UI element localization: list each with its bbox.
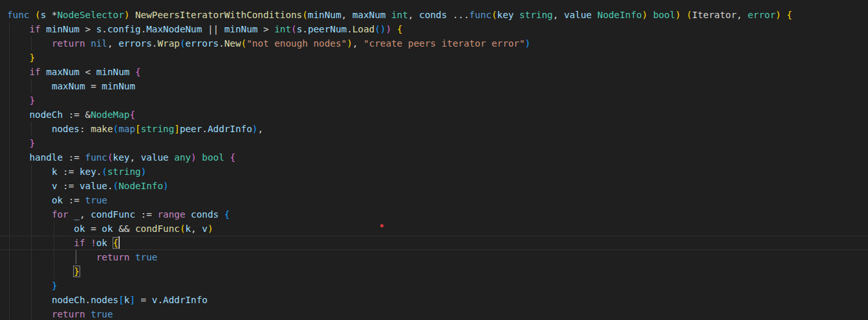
code-token: range <box>157 209 185 220</box>
code-token: . <box>141 24 147 34</box>
code-line[interactable]: if maxNum < minNum { <box>0 65 868 79</box>
code-token: } <box>29 138 35 148</box>
code-token: } <box>29 52 35 63</box>
code-line[interactable]: k := key.(string) <box>0 165 868 179</box>
code-line[interactable]: handle := func(key, value any) bool { <box>0 150 868 165</box>
code-line[interactable]: for _, condFunc := range conds { <box>0 207 868 222</box>
code-token: . <box>102 24 107 34</box>
code-token: value <box>80 181 107 191</box>
code-token: int <box>274 24 291 34</box>
code-line[interactable]: } <box>0 279 868 293</box>
code-token: && <box>113 223 135 234</box>
code-token: ( <box>102 166 107 177</box>
code-token: func <box>470 10 492 20</box>
code-token: MaxNodeNum <box>146 24 202 34</box>
code-token: return <box>96 252 130 262</box>
error-marker-dot <box>380 224 384 227</box>
code-token: any <box>174 152 191 163</box>
code-token: ( <box>107 152 113 163</box>
code-line[interactable]: ok = ok && condFunc(k, v) <box>0 222 868 236</box>
code-token: := <box>57 181 79 191</box>
code-token: value <box>141 152 169 163</box>
code-token <box>169 152 175 163</box>
code-token: maxNum <box>52 81 85 91</box>
code-line-text: return true <box>7 307 868 320</box>
code-token: AddrInfo <box>163 295 208 305</box>
code-line[interactable]: nodes: make(map[string]peer.AddrInfo), <box>0 122 868 136</box>
code-line[interactable]: return true <box>0 307 868 320</box>
code-line[interactable]: } <box>0 136 868 150</box>
code-token <box>391 24 397 34</box>
code-token: > <box>80 24 96 34</box>
code-line-text: nodes: make(map[string]peer.AddrInfo), <box>7 122 868 136</box>
code-token: if <box>29 67 40 77</box>
code-token <box>107 238 113 248</box>
code-token: := <box>135 209 157 220</box>
code-token: . <box>202 124 208 134</box>
code-line[interactable]: nodeCh := &NodeMap{ <box>0 108 868 122</box>
code-line-text: } <box>7 51 868 65</box>
code-token <box>129 10 135 20</box>
code-token: value <box>564 10 592 20</box>
code-line[interactable]: nodeCh.nodes[k] = v.AddrInfo <box>0 293 868 307</box>
code-token: maxNum <box>46 67 80 77</box>
code-token: minNum <box>96 67 130 77</box>
code-token: ( <box>113 181 119 191</box>
code-line[interactable]: return true <box>0 250 868 264</box>
code-token <box>41 24 47 34</box>
code-token: string <box>519 10 553 20</box>
code-token: maxNum <box>353 10 386 20</box>
code-token: "not enough nodes" <box>246 38 347 49</box>
code-token: minNum <box>224 24 258 34</box>
code-line-text: if maxNum < minNum { <box>7 65 868 79</box>
code-token: true <box>85 195 107 205</box>
code-line[interactable]: } <box>0 51 868 65</box>
code-line[interactable]: v := value.(NodeInfo) <box>0 179 868 193</box>
code-line[interactable]: return nil, errors.Wrap(errors.New("not … <box>0 36 868 51</box>
code-token: || <box>202 24 224 34</box>
code-lines: func (s *NodeSelector) NewPeersIteratorW… <box>0 8 868 320</box>
code-token: conds <box>419 10 447 20</box>
code-token: minNum <box>308 10 342 20</box>
code-token: config <box>107 24 141 34</box>
code-token: func <box>7 10 29 20</box>
code-line[interactable]: if !ok { <box>0 236 868 250</box>
code-line[interactable]: ok := true <box>0 193 868 207</box>
code-token <box>129 252 135 262</box>
code-token: key <box>80 166 96 177</box>
code-editor[interactable]: func (s *NodeSelector) NewPeersIteratorW… <box>0 0 868 320</box>
code-line[interactable]: if minNum > s.config.MaxNodeNum || minNu… <box>0 22 868 36</box>
code-line[interactable]: maxNum = minNum <box>0 79 868 93</box>
code-token: ok <box>74 223 85 234</box>
code-token: ) <box>163 181 169 191</box>
code-token: conds <box>191 209 219 220</box>
code-token: NodeInfo <box>118 181 163 191</box>
code-token: bool <box>653 10 675 20</box>
code-token: ) <box>347 38 353 49</box>
code-token: ) <box>191 152 197 163</box>
code-token: error <box>748 10 776 20</box>
code-line-text: return true <box>7 250 868 264</box>
code-line-text: handle := func(key, value any) bool { <box>7 150 868 165</box>
code-token: ( <box>113 124 119 134</box>
code-token: NodeSelector <box>57 10 124 20</box>
code-token: NodeInfo <box>598 10 642 20</box>
code-line-text: } <box>7 93 868 108</box>
code-token: s <box>297 24 303 34</box>
code-token: "create peers iterator error" <box>363 38 525 49</box>
code-token: errors <box>186 38 219 49</box>
code-token: Iterator <box>692 10 737 20</box>
code-line[interactable]: } <box>0 264 868 279</box>
code-token: ok <box>102 223 113 234</box>
code-token: := <box>63 152 85 163</box>
code-token: { <box>397 24 403 34</box>
code-line[interactable]: } <box>0 93 868 108</box>
code-token: return <box>52 38 85 49</box>
code-token <box>129 67 135 77</box>
code-line[interactable]: func (s *NodeSelector) NewPeersIteratorW… <box>0 8 868 22</box>
code-token: minNum <box>102 81 135 91</box>
code-token: map <box>118 124 135 134</box>
code-token: ] <box>174 124 180 134</box>
code-token: v <box>202 223 208 234</box>
code-token: ( <box>241 38 247 49</box>
